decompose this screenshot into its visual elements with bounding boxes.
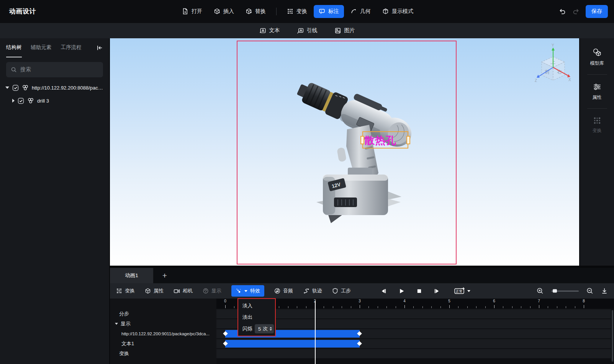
expand-caret-icon[interactable] (5, 87, 9, 89)
display-mode-button[interactable]: 显示模式 (377, 5, 418, 18)
play-icon (398, 288, 405, 294)
tree-node-package[interactable]: http://10.122.92.200:8088/pack... (0, 81, 109, 94)
timeline-zoom-controls (537, 283, 608, 299)
tl-display-button[interactable]: 显示 (203, 287, 221, 294)
drill-model[interactable]: 12V (110, 38, 579, 266)
annotation-box[interactable]: 散热孔 (362, 131, 408, 149)
flash-count-unit: 次 (263, 325, 268, 332)
row-label-model-url[interactable]: http://10.122.92.200:9011/package/pc/3dc… (110, 329, 216, 338)
viewport-3d[interactable]: 12V 散热孔 上 前 右 (110, 38, 579, 266)
next-frame-icon (434, 288, 440, 294)
row-label-transform[interactable]: 变换 (110, 349, 216, 358)
gizmo-axis-y: Y (552, 44, 554, 47)
row-label-display-group[interactable]: 显示 (110, 319, 216, 328)
properties-button[interactable]: 属性 (593, 80, 602, 105)
timeline-zoom-slider[interactable] (551, 291, 579, 292)
leader-tool-button[interactable]: 引线 (297, 27, 318, 34)
row-label-steps[interactable]: 分步 (110, 309, 216, 318)
toolbar-divider (276, 8, 277, 15)
track-lane-transform[interactable] (216, 349, 611, 358)
export-download-icon[interactable] (601, 287, 608, 294)
trajectory-icon (303, 288, 309, 294)
tab-auxiliary-elements[interactable]: 辅助元素 (31, 38, 52, 57)
tl-transform-button[interactable]: 变换 (116, 287, 135, 294)
geometry-button[interactable]: 几何 (345, 5, 376, 18)
transform-button[interactable]: 变换 (282, 5, 312, 18)
timeline-clip-bar[interactable] (225, 340, 360, 348)
dots-grid-icon (287, 8, 293, 15)
next-frame-button[interactable] (434, 288, 440, 294)
ruler-tick (503, 306, 503, 308)
gizmo-axis-x: X (568, 78, 571, 82)
ruler-tick (324, 306, 324, 308)
tl-effects-button[interactable]: 特效 (231, 285, 264, 297)
speed-select[interactable]: 正常 (454, 287, 470, 295)
resize-handle-left[interactable] (360, 136, 364, 144)
zoom-out-icon[interactable] (586, 287, 593, 294)
ruler-tick (342, 306, 342, 308)
flash-count-stepper[interactable]: 5 次 (255, 324, 274, 333)
undo-icon[interactable] (559, 8, 566, 15)
open-button[interactable]: 打开 (177, 5, 207, 18)
annotation-text[interactable]: 散热孔 (364, 134, 396, 147)
transform-panel-button[interactable]: 变换 (593, 114, 602, 139)
insert-button[interactable]: 插入 (209, 5, 239, 18)
keyframe-diamond[interactable] (357, 341, 362, 346)
flash-count-value[interactable]: 5 (258, 326, 261, 332)
ruler-tick (279, 306, 279, 308)
stepper-up-icon[interactable] (270, 327, 272, 328)
time-ruler[interactable]: 012345678 (216, 299, 614, 309)
track-lane-text1[interactable] (216, 339, 611, 348)
tab-process-flow[interactable]: 工序流程 (61, 38, 82, 57)
keyframe-diamond[interactable] (357, 331, 362, 336)
menu-item-fade-out[interactable]: 淡出 (238, 312, 275, 323)
annotate-button[interactable]: 标注 (314, 5, 344, 18)
timeline-toolbar: 变换 属性 相机 显示 特效 (110, 283, 614, 299)
add-animation-button[interactable]: + (153, 268, 176, 283)
right-panel-bar: 模型库 属性 变换 (580, 38, 614, 266)
tag-icon (319, 8, 325, 15)
zoom-in-icon[interactable] (537, 287, 544, 294)
stop-button[interactable] (416, 288, 422, 294)
menu-item-flash[interactable]: 闪烁 5 次 (238, 323, 275, 335)
model-library-button[interactable]: 模型库 (590, 45, 604, 71)
search-input[interactable]: 搜索 (6, 62, 103, 77)
tree-node-drill3[interactable]: drill 3 (0, 94, 109, 107)
animation-tab[interactable]: 动画1 (110, 268, 153, 283)
orientation-gizmo[interactable]: 上 前 右 Y Z X (535, 44, 571, 83)
ruler-tick (396, 306, 396, 308)
stepper-carets[interactable] (270, 327, 272, 331)
play-button[interactable] (398, 288, 405, 294)
ruler-tick (306, 306, 306, 308)
expand-caret-icon[interactable] (12, 99, 15, 103)
ruler-tick (494, 305, 494, 308)
redo-icon[interactable] (572, 8, 580, 15)
tab-structure-tree[interactable]: 结构树 (6, 38, 22, 57)
tl-audio-button[interactable]: 音频 (274, 287, 293, 294)
cube-swap-icon (246, 8, 252, 15)
save-button[interactable]: 保存 (586, 5, 608, 18)
tree-node-label: drill 3 (37, 98, 49, 104)
zoom-slider-knob[interactable] (553, 289, 557, 293)
checkbox-checked-icon[interactable] (12, 85, 19, 91)
image-tool-button[interactable]: 图片 (334, 27, 355, 34)
tl-track-button[interactable]: 轨迹 (303, 287, 322, 294)
prev-frame-button[interactable] (380, 288, 387, 294)
menu-item-fade-in[interactable]: 淡入 (238, 300, 275, 312)
row-label-text1[interactable]: 文本1 (110, 339, 216, 348)
text-tool-button[interactable]: 文本 (259, 27, 280, 34)
tl-properties-button[interactable]: 属性 (145, 287, 164, 294)
checkbox-checked-icon[interactable] (18, 98, 24, 104)
title-bar: 动画设计 打开 插入 替换 变换 标注 (0, 0, 614, 23)
replace-button[interactable]: 替换 (241, 5, 271, 18)
vertical-scrollbar[interactable] (612, 310, 613, 362)
playhead[interactable] (315, 301, 316, 364)
resize-handle-right[interactable] (406, 136, 410, 144)
keyframe-diamond[interactable] (223, 341, 228, 346)
stepper-down-icon[interactable] (270, 329, 272, 331)
keyframe-diamond[interactable] (223, 331, 228, 336)
sidebar-collapse-button[interactable] (96, 38, 103, 57)
tl-camera-button[interactable]: 相机 (174, 287, 193, 294)
collapse-caret-icon[interactable] (115, 323, 118, 325)
tl-step-button[interactable]: 工步 (332, 287, 351, 294)
